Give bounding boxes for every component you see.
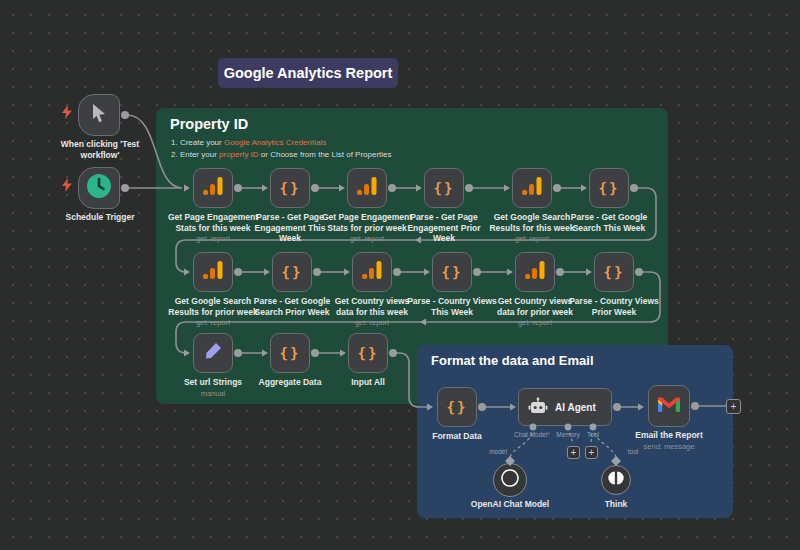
google-analytics-icon — [201, 259, 225, 285]
output-connector[interactable] — [478, 403, 486, 411]
workflow-node[interactable] — [193, 333, 233, 373]
node-label: Parse - Country Views Prior Week — [568, 296, 660, 317]
node-manual-trigger[interactable] — [78, 94, 120, 136]
node-schedule-trigger[interactable] — [78, 167, 120, 209]
workflow-node[interactable] — [347, 168, 387, 208]
output-connector[interactable] — [613, 403, 621, 411]
output-connector[interactable] — [234, 184, 242, 192]
code-icon: {} — [447, 399, 468, 415]
google-analytics-icon — [201, 175, 225, 201]
page-title: Google Analytics Report — [224, 65, 393, 81]
workflow-node[interactable]: {} — [348, 333, 388, 373]
workflow-node[interactable]: {} — [589, 168, 629, 208]
node-subtitle: get: report — [486, 234, 578, 243]
code-icon: {} — [358, 345, 379, 361]
note-line-1: 1. Create your Google Analytics Credenti… — [171, 137, 392, 149]
workflow-node[interactable]: {} — [432, 252, 472, 292]
workflow-title-note[interactable]: Google Analytics Report — [218, 58, 398, 88]
brain-icon — [608, 470, 624, 490]
node-subtitle: get: report — [326, 318, 418, 327]
property-id-link[interactable]: property ID — [219, 150, 259, 159]
code-icon: {} — [599, 180, 620, 196]
connection-label-model: model — [483, 448, 513, 455]
sticky-title: Format the data and Email — [431, 353, 594, 368]
code-icon: {} — [280, 345, 301, 361]
workflow-node[interactable]: {} — [424, 168, 464, 208]
output-connector[interactable] — [465, 184, 473, 192]
node-label: When clicking 'Test workflow' — [54, 139, 146, 160]
note-line-2: 2. Enter your property ID or Choose from… — [171, 149, 392, 161]
clock-icon — [86, 173, 112, 203]
workflow-node[interactable] — [352, 252, 392, 292]
workflow-node[interactable]: {} — [594, 252, 634, 292]
robot-icon — [528, 397, 548, 417]
node-subtitle: get: report — [167, 318, 259, 327]
cursor-icon — [90, 103, 108, 127]
node-openai-chat-model[interactable] — [493, 463, 527, 497]
workflow-node[interactable]: {} — [270, 333, 310, 373]
node-label: OpenAI Chat Model — [464, 499, 556, 510]
credentials-link[interactable]: Google Analytics Credentials — [224, 138, 326, 147]
port-label-tool: Tool — [580, 431, 606, 438]
add-memory-button[interactable]: + — [567, 446, 580, 459]
google-analytics-icon — [360, 259, 384, 285]
output-connector[interactable] — [311, 184, 319, 192]
code-icon: {} — [604, 264, 625, 280]
output-connector[interactable] — [121, 184, 129, 192]
node-label: Format Data — [411, 431, 503, 442]
code-icon: {} — [282, 264, 303, 280]
trigger-bolt-icon — [62, 105, 72, 123]
output-connector[interactable] — [393, 268, 401, 276]
output-connector[interactable] — [691, 402, 699, 410]
output-connector[interactable] — [473, 268, 481, 276]
output-connector[interactable] — [635, 268, 643, 276]
node-think[interactable] — [601, 465, 631, 495]
workflow-node[interactable]: {} — [272, 252, 312, 292]
workflow-node[interactable] — [515, 252, 555, 292]
output-connector[interactable] — [389, 349, 397, 357]
output-connector[interactable] — [234, 349, 242, 357]
edit-fields-icon — [203, 341, 223, 365]
node-ai-agent[interactable]: AI Agent — [518, 388, 612, 426]
node-format-data[interactable]: {} — [437, 387, 477, 427]
node-email-report[interactable] — [648, 385, 690, 427]
node-title: AI Agent — [555, 402, 596, 413]
workflow-node[interactable] — [512, 168, 552, 208]
output-connector[interactable] — [388, 184, 396, 192]
node-label: Get Country views data for this weekget:… — [326, 296, 418, 328]
openai-icon — [500, 468, 520, 492]
code-icon: {} — [280, 180, 301, 196]
workflow-canvas[interactable]: Property ID 1. Create your Google Analyt… — [0, 0, 800, 550]
output-connector[interactable] — [553, 184, 561, 192]
gmail-icon — [657, 395, 681, 418]
sticky-notes: 1. Create your Google Analytics Credenti… — [171, 137, 392, 162]
node-subtitle: get: report — [489, 318, 581, 327]
output-connector[interactable] — [630, 184, 638, 192]
output-connector[interactable] — [313, 268, 321, 276]
node-label: Input All — [322, 377, 414, 388]
trigger-bolt-icon — [62, 178, 72, 196]
add-next-node-button[interactable]: + — [726, 399, 741, 414]
sticky-title: Property ID — [170, 116, 248, 132]
node-label: Parse - Country Views This Week — [406, 296, 498, 317]
node-subtitle: manual — [167, 389, 259, 398]
output-connector[interactable] — [234, 268, 242, 276]
output-connector[interactable] — [556, 268, 564, 276]
node-label: Parse - Get Page Engagement Prior Week — [398, 212, 490, 244]
output-connector[interactable] — [311, 349, 319, 357]
node-label: Think — [570, 499, 662, 510]
add-tool-button[interactable]: + — [585, 446, 598, 459]
node-label: Parse - Get Google Search This Week — [563, 212, 655, 233]
code-icon: {} — [442, 264, 463, 280]
google-analytics-icon — [520, 175, 544, 201]
workflow-node[interactable] — [193, 168, 233, 208]
google-analytics-icon — [355, 175, 379, 201]
output-connector[interactable] — [121, 111, 129, 119]
code-icon: {} — [434, 180, 455, 196]
node-label: Parse - Get Google Search Prior Week — [246, 296, 338, 317]
workflow-node[interactable]: {} — [270, 168, 310, 208]
workflow-node[interactable] — [193, 252, 233, 292]
connection-label-tool: tool — [620, 448, 646, 455]
node-label: Schedule Trigger — [54, 212, 146, 223]
google-analytics-icon — [523, 259, 547, 285]
